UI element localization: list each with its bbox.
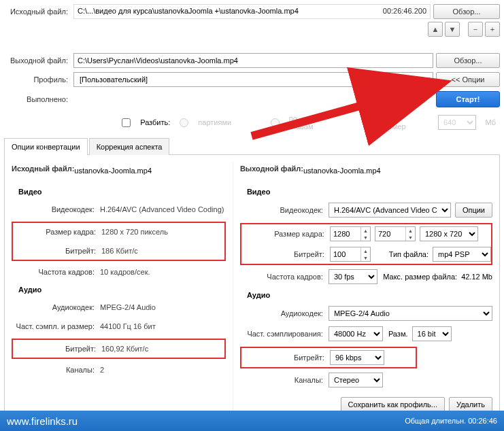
r-frame-label: Размер кадра: [241,230,330,238]
left-video-header: Видео [18,188,226,196]
frame-preset-select[interactable]: 1280 x 720 [420,226,478,241]
browse-output-button[interactable]: Обзор... [436,53,500,68]
done-label: Выполнено: [4,95,71,103]
options-button[interactable]: << Опции [436,72,500,87]
split-batches-radio[interactable] [180,118,188,127]
l-fps-value: 10 кадров/сек. [100,268,150,276]
split-label: Разбить: [140,118,170,126]
fps-select[interactable]: 30 fps [329,269,377,284]
video-bitrate-spinner[interactable]: ▲▼ [330,247,371,262]
split-chapters-label: по главам [289,114,323,131]
output-panel-filename: ustanovka-Joomla.mp4 [303,167,381,175]
codec-options-button[interactable]: Опции [455,203,492,218]
split-unit: Мб [486,118,496,126]
tab-convert-options[interactable]: Опции конвертации [4,138,88,155]
left-audio-header: Аудио [18,286,226,294]
r-codec-label: Видеокодек: [240,206,329,214]
l-chan-value: 2 [100,366,104,374]
profile-select[interactable]: [Пользовательский] [73,72,433,87]
r-fps-label: Частота кадров: [240,273,329,281]
right-video-header: Видео [247,188,492,196]
l-frame-value: 1280 x 720 пиксель [101,228,168,236]
source-duration: 00:26:46.200 [383,7,426,16]
split-chapters-radio[interactable] [271,118,280,127]
split-limit-radio[interactable] [363,118,371,127]
l-acodec-value: MPEG-2/4 Audio [100,303,156,311]
r-abitrate-label: Битрейт: [241,354,330,362]
r-acodec-label: Аудиокодек: [240,309,329,317]
video-codec-select[interactable]: H.264/AVC (Advanced Video C [329,203,451,218]
l-frame-label: Размер кадра: [13,228,101,236]
channels-select[interactable]: Стерео [329,373,383,387]
audio-bitrate-select[interactable]: 96 kbps [330,350,384,365]
frame-height-spinner[interactable]: ▲▼ [375,226,416,241]
source-panel-filename: ustanovka-Joomla.mp4 [74,167,152,175]
r-asize-label: Разм. [388,330,408,338]
profile-label: Профиль: [4,75,71,84]
frame-width-spinner[interactable]: ▲▼ [330,226,371,241]
l-abitrate-label: Битрейт: [13,345,101,353]
move-up-button[interactable]: ▲ [428,22,443,37]
r-ftype-label: Тип файла: [389,250,429,258]
l-codec-label: Видеокодек: [12,205,100,213]
audio-codec-select[interactable]: MPEG-2/4 Audio [329,306,492,321]
split-size-select[interactable]: 640 [438,115,475,130]
output-file-input[interactable] [73,53,433,68]
split-batches-label: партиями [198,118,231,126]
footer-total-duration: Общая длительн. 00:26:46 [405,417,497,425]
split-checkbox[interactable] [122,118,131,127]
add-button[interactable]: + [485,22,500,37]
output-file-label: Выходной файл: [4,56,71,65]
l-bitrate-value: 186 Кбит/с [101,247,138,255]
l-acodec-label: Аудиокодек: [12,303,100,311]
save-as-profile-button[interactable]: Сохранить как профиль... [341,397,445,412]
move-down-button[interactable]: ▼ [445,22,460,37]
start-button[interactable]: Старт! [436,91,500,107]
l-asample-label: Част. сэмпл. и размер: [12,322,100,330]
source-file-label: Исходный файл: [4,7,71,16]
split-limit-label: лимит размер [381,114,429,131]
l-bitrate-label: Битрейт: [13,247,101,255]
browse-source-button[interactable]: Обзор... [433,4,500,19]
r-maxsize-value: 42.12 Mb [461,273,492,281]
sample-size-select[interactable]: 16 bit [412,326,452,341]
r-asample-label: Част. сэмплирования: [240,330,329,338]
source-panel-label: Исходный файл: [12,165,74,173]
tab-aspect-correction[interactable]: Коррекция аспекта [89,138,170,155]
remove-button[interactable]: − [468,22,483,37]
r-chan-label: Каналы: [240,376,329,384]
output-panel-label: Выходной файл: [240,165,303,173]
footer-link[interactable]: www.firelinks.ru [7,415,78,427]
r-bitrate-label: Битрейт: [241,250,330,258]
l-asample-value: 44100 Гц 16 бит [100,322,156,330]
r-maxsize-label: Макс. размер файла: [383,273,457,281]
l-chan-label: Каналы: [12,366,100,374]
file-type-select[interactable]: mp4 PSP [433,247,491,262]
l-codec-value: H.264/AVC (Advanced Video Coding) [100,205,224,213]
l-fps-label: Частота кадров: [12,268,100,276]
delete-button[interactable]: Удалить [449,397,492,412]
l-abitrate-value: 160,92 Кбит/с [101,345,148,353]
right-audio-header: Аудио [247,291,492,299]
sample-rate-select[interactable]: 48000 Hz [329,326,383,341]
source-file-path: C:\...\видео для курса\ustanovkaJoomla +… [73,4,431,19]
